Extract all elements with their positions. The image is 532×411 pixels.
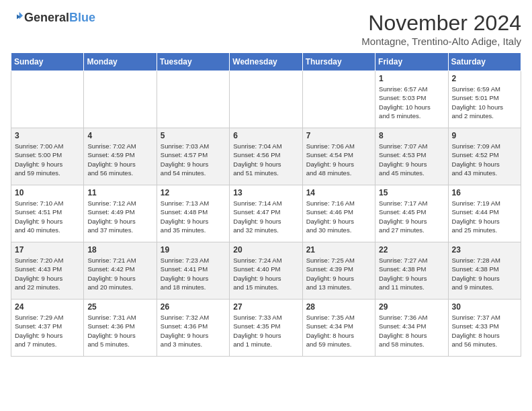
calendar-cell: 20Sunrise: 7:24 AM Sunset: 4:40 PM Dayli… bbox=[230, 242, 302, 300]
day-number: 24 bbox=[15, 302, 80, 312]
day-number: 8 bbox=[379, 131, 444, 140]
calendar-cell bbox=[11, 71, 84, 128]
day-info: Sunrise: 7:12 AM Sunset: 4:49 PM Dayligh… bbox=[87, 199, 152, 234]
calendar-cell: 3Sunrise: 7:00 AM Sunset: 5:00 PM Daylig… bbox=[11, 128, 84, 185]
calendar-cell: 19Sunrise: 7:23 AM Sunset: 4:41 PM Dayli… bbox=[157, 242, 229, 300]
calendar-cell bbox=[157, 71, 229, 128]
calendar-cell: 13Sunrise: 7:14 AM Sunset: 4:47 PM Dayli… bbox=[230, 185, 302, 242]
weekday-header-sunday: Sunday bbox=[11, 53, 84, 71]
day-info: Sunrise: 7:03 AM Sunset: 4:57 PM Dayligh… bbox=[161, 142, 226, 177]
day-number: 16 bbox=[452, 188, 517, 197]
calendar-week-5: 24Sunrise: 7:29 AM Sunset: 4:37 PM Dayli… bbox=[11, 300, 521, 357]
day-number: 26 bbox=[161, 302, 226, 312]
day-info: Sunrise: 7:19 AM Sunset: 4:44 PM Dayligh… bbox=[452, 199, 517, 234]
day-info: Sunrise: 7:29 AM Sunset: 4:37 PM Dayligh… bbox=[15, 313, 80, 349]
title-block: November 2024 Montagne, Trentino-Alto Ad… bbox=[361, 11, 521, 47]
calendar-cell: 26Sunrise: 7:32 AM Sunset: 4:36 PM Dayli… bbox=[157, 300, 229, 357]
day-info: Sunrise: 7:00 AM Sunset: 5:00 PM Dayligh… bbox=[15, 142, 80, 177]
logo-icon bbox=[11, 11, 23, 23]
calendar-cell: 11Sunrise: 7:12 AM Sunset: 4:49 PM Dayli… bbox=[84, 185, 157, 242]
day-number: 14 bbox=[306, 188, 371, 197]
day-info: Sunrise: 7:25 AM Sunset: 4:39 PM Dayligh… bbox=[306, 256, 371, 291]
day-number: 11 bbox=[87, 188, 152, 197]
day-info: Sunrise: 7:20 AM Sunset: 4:43 PM Dayligh… bbox=[15, 256, 80, 291]
day-info: Sunrise: 7:21 AM Sunset: 4:42 PM Dayligh… bbox=[87, 256, 152, 291]
calendar-cell: 22Sunrise: 7:27 AM Sunset: 4:38 PM Dayli… bbox=[375, 242, 448, 300]
calendar-cell: 28Sunrise: 7:35 AM Sunset: 4:34 PM Dayli… bbox=[302, 300, 375, 357]
day-number: 2 bbox=[452, 74, 517, 83]
day-number: 20 bbox=[233, 245, 298, 255]
day-number: 3 bbox=[15, 131, 80, 140]
day-info: Sunrise: 7:09 AM Sunset: 4:52 PM Dayligh… bbox=[452, 142, 517, 177]
day-number: 18 bbox=[87, 245, 152, 255]
calendar-cell: 8Sunrise: 7:07 AM Sunset: 4:53 PM Daylig… bbox=[375, 128, 448, 185]
day-info: Sunrise: 7:37 AM Sunset: 4:33 PM Dayligh… bbox=[452, 313, 517, 349]
calendar-cell: 16Sunrise: 7:19 AM Sunset: 4:44 PM Dayli… bbox=[448, 185, 521, 242]
day-info: Sunrise: 7:32 AM Sunset: 4:36 PM Dayligh… bbox=[161, 313, 226, 349]
day-number: 28 bbox=[306, 302, 371, 312]
calendar-cell: 4Sunrise: 7:02 AM Sunset: 4:59 PM Daylig… bbox=[84, 128, 157, 185]
month-title: November 2024 bbox=[361, 11, 521, 36]
calendar-cell: 14Sunrise: 7:16 AM Sunset: 4:46 PM Dayli… bbox=[302, 185, 375, 242]
day-number: 13 bbox=[233, 188, 298, 197]
calendar-week-2: 3Sunrise: 7:00 AM Sunset: 5:00 PM Daylig… bbox=[11, 128, 521, 185]
day-number: 9 bbox=[452, 131, 517, 140]
day-number: 23 bbox=[452, 245, 517, 255]
day-info: Sunrise: 6:57 AM Sunset: 5:03 PM Dayligh… bbox=[379, 85, 444, 120]
calendar-cell: 29Sunrise: 7:36 AM Sunset: 4:34 PM Dayli… bbox=[375, 300, 448, 357]
day-number: 21 bbox=[306, 245, 371, 255]
day-info: Sunrise: 7:07 AM Sunset: 4:53 PM Dayligh… bbox=[379, 142, 444, 177]
calendar-cell: 21Sunrise: 7:25 AM Sunset: 4:39 PM Dayli… bbox=[302, 242, 375, 300]
day-number: 7 bbox=[306, 131, 371, 140]
calendar-cell: 17Sunrise: 7:20 AM Sunset: 4:43 PM Dayli… bbox=[11, 242, 84, 300]
day-info: Sunrise: 7:04 AM Sunset: 4:56 PM Dayligh… bbox=[233, 142, 298, 177]
location-subtitle: Montagne, Trentino-Alto Adige, Italy bbox=[361, 36, 521, 47]
day-number: 19 bbox=[161, 245, 226, 255]
calendar-table: SundayMondayTuesdayWednesdayThursdayFrid… bbox=[11, 52, 521, 357]
day-number: 12 bbox=[161, 188, 226, 197]
calendar-cell: 15Sunrise: 7:17 AM Sunset: 4:45 PM Dayli… bbox=[375, 185, 448, 242]
calendar-cell: 2Sunrise: 6:59 AM Sunset: 5:01 PM Daylig… bbox=[448, 71, 521, 128]
calendar-cell bbox=[230, 71, 302, 128]
calendar-cell: 5Sunrise: 7:03 AM Sunset: 4:57 PM Daylig… bbox=[157, 128, 229, 185]
page-header: GeneralBlue November 2024 Montagne, Tren… bbox=[11, 11, 521, 47]
day-number: 22 bbox=[379, 245, 444, 255]
day-info: Sunrise: 7:33 AM Sunset: 4:35 PM Dayligh… bbox=[233, 313, 298, 349]
day-number: 4 bbox=[87, 131, 152, 140]
calendar-cell bbox=[84, 71, 157, 128]
calendar-cell bbox=[302, 71, 375, 128]
calendar-body: 1Sunrise: 6:57 AM Sunset: 5:03 PM Daylig… bbox=[11, 71, 521, 357]
day-info: Sunrise: 7:14 AM Sunset: 4:47 PM Dayligh… bbox=[233, 199, 298, 234]
day-info: Sunrise: 7:31 AM Sunset: 4:36 PM Dayligh… bbox=[87, 313, 152, 349]
calendar-cell: 24Sunrise: 7:29 AM Sunset: 4:37 PM Dayli… bbox=[11, 300, 84, 357]
day-number: 30 bbox=[452, 302, 517, 312]
weekday-header-monday: Monday bbox=[84, 53, 157, 71]
calendar-cell: 12Sunrise: 7:13 AM Sunset: 4:48 PM Dayli… bbox=[157, 185, 229, 242]
day-number: 10 bbox=[15, 188, 80, 197]
logo: GeneralBlue bbox=[11, 11, 95, 26]
calendar-cell: 7Sunrise: 7:06 AM Sunset: 4:54 PM Daylig… bbox=[302, 128, 375, 185]
calendar-week-3: 10Sunrise: 7:10 AM Sunset: 4:51 PM Dayli… bbox=[11, 185, 521, 242]
calendar-cell: 18Sunrise: 7:21 AM Sunset: 4:42 PM Dayli… bbox=[84, 242, 157, 300]
calendar-cell: 30Sunrise: 7:37 AM Sunset: 4:33 PM Dayli… bbox=[448, 300, 521, 357]
calendar-cell: 1Sunrise: 6:57 AM Sunset: 5:03 PM Daylig… bbox=[375, 71, 448, 128]
day-info: Sunrise: 6:59 AM Sunset: 5:01 PM Dayligh… bbox=[452, 85, 517, 120]
day-info: Sunrise: 7:10 AM Sunset: 4:51 PM Dayligh… bbox=[15, 199, 80, 234]
day-info: Sunrise: 7:13 AM Sunset: 4:48 PM Dayligh… bbox=[161, 199, 226, 234]
day-info: Sunrise: 7:36 AM Sunset: 4:34 PM Dayligh… bbox=[379, 313, 444, 349]
day-info: Sunrise: 7:02 AM Sunset: 4:59 PM Dayligh… bbox=[87, 142, 152, 177]
day-number: 25 bbox=[87, 302, 152, 312]
day-info: Sunrise: 7:28 AM Sunset: 4:38 PM Dayligh… bbox=[452, 256, 517, 291]
calendar-cell: 27Sunrise: 7:33 AM Sunset: 4:35 PM Dayli… bbox=[230, 300, 302, 357]
day-number: 5 bbox=[161, 131, 226, 140]
weekday-header-thursday: Thursday bbox=[302, 53, 375, 71]
weekday-header-row: SundayMondayTuesdayWednesdayThursdayFrid… bbox=[11, 53, 521, 71]
calendar-cell: 23Sunrise: 7:28 AM Sunset: 4:38 PM Dayli… bbox=[448, 242, 521, 300]
day-info: Sunrise: 7:17 AM Sunset: 4:45 PM Dayligh… bbox=[379, 199, 444, 234]
weekday-header-saturday: Saturday bbox=[448, 53, 521, 71]
calendar-week-1: 1Sunrise: 6:57 AM Sunset: 5:03 PM Daylig… bbox=[11, 71, 521, 128]
day-info: Sunrise: 7:35 AM Sunset: 4:34 PM Dayligh… bbox=[306, 313, 371, 349]
day-info: Sunrise: 7:06 AM Sunset: 4:54 PM Dayligh… bbox=[306, 142, 371, 177]
day-number: 6 bbox=[233, 131, 298, 140]
day-number: 1 bbox=[379, 74, 444, 83]
